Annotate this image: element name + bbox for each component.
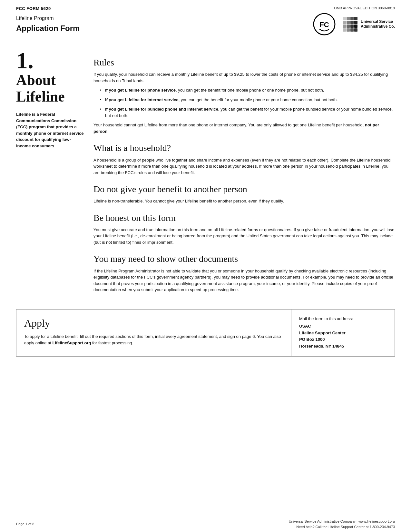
household-text: A household is a group of people who liv… [93, 157, 395, 176]
section-description: Lifeline is a Federal Communications Com… [16, 111, 84, 149]
apply-left: Apply To apply for a Lifeline benefit, f… [16, 310, 291, 356]
footer-right: Universal Service Administrative Company… [289, 519, 395, 529]
header: FCC FORM 5629 OMB APPROVAL EDITION 3060-… [0, 0, 411, 39]
bullet-internet: If you get Lifeline for internet service… [100, 97, 395, 103]
documents-text: If the Lifeline Program Administrator is… [93, 268, 395, 293]
mail-label: Mail the form to this address: [299, 316, 387, 322]
usac-name: USAC [299, 324, 311, 329]
lifeline-support-link[interactable]: LifelineSupport.org [52, 340, 91, 345]
rules-bullets: If you get Lifeline for phone service, y… [100, 87, 395, 119]
rules-intro: If you qualify, your household can recei… [93, 71, 395, 84]
support-center: Lifeline Support Center [299, 330, 346, 335]
usac-line2: Administrative Co. [361, 24, 395, 29]
benefit-transfer-heading: Do not give your benefit to another pers… [93, 183, 395, 195]
bullet-bundled-bold: If you get Lifeline for bundled phone an… [105, 107, 220, 112]
household-section: What is a household? A household is a gr… [93, 142, 395, 176]
program-title: Lifeline Program [16, 15, 80, 22]
honest-text: You must give accurate and true informat… [93, 227, 395, 246]
footer-line2: Need help? Call the Lifeline Support Cen… [289, 524, 395, 530]
household-heading: What is a household? [93, 142, 395, 154]
section-number: 1. [16, 49, 84, 72]
rules-outro: Your household cannot get Lifeline from … [93, 122, 395, 134]
section-title-line1: About [16, 72, 56, 88]
page-number: Page 1 of 8 [16, 522, 34, 527]
left-column: 1. About Lifeline Lifeline is a Federal … [16, 49, 84, 296]
usac-logo: Universal Service Administrative Co. [342, 16, 395, 32]
footer: Page 1 of 8 Universal Service Administra… [0, 516, 411, 532]
rules-outro-text: Your household cannot get Lifeline from … [93, 123, 365, 127]
footer-line1: Universal Service Administrative Company… [289, 519, 395, 524]
usac-line1: Universal Service [361, 19, 395, 25]
section-title: About Lifeline [16, 72, 84, 105]
apply-heading: Apply [24, 316, 283, 330]
bullet-internet-text: you can get the benefit for your mobile … [181, 97, 338, 102]
usac-logo-text: Universal Service Administrative Co. [361, 19, 395, 29]
page: FCC FORM 5629 OMB APPROVAL EDITION 3060-… [0, 0, 411, 532]
omb-label: OMB APPROVAL EDITION 3060-0819 [334, 6, 395, 11]
bullet-internet-bold: If you get Lifeline for internet service… [105, 97, 180, 102]
form-label: FCC FORM 5629 [16, 6, 51, 12]
main-content: 1. About Lifeline Lifeline is a Federal … [0, 39, 411, 302]
benefit-transfer-section: Do not give your benefit to another pers… [93, 183, 395, 204]
documents-heading: You may need to show other documents [93, 252, 395, 265]
rules-heading: Rules [93, 56, 395, 69]
fcc-logo-icon: FC [313, 13, 336, 35]
documents-section: You may need to show other documents If … [93, 252, 395, 293]
section-title-line2: Lifeline [16, 88, 65, 105]
benefit-transfer-text: Lifeline is non-transferable. You cannot… [93, 198, 395, 204]
apply-text: To apply for a Lifeline benefit, fill ou… [24, 333, 283, 346]
honest-section: Be honest on this form You must give acc… [93, 212, 395, 246]
bullet-bundled: If you get Lifeline for bundled phone an… [100, 106, 395, 119]
apply-box-wrapper: Apply To apply for a Lifeline benefit, f… [0, 309, 411, 357]
bullet-phone-text: you can get the benefit for one mobile p… [178, 88, 324, 93]
rules-section: Rules If you qualify, your household can… [93, 56, 395, 134]
program-title-block: Lifeline Program Application Form [16, 15, 80, 34]
form-title: Application Form [16, 23, 80, 34]
logos: FC [313, 13, 395, 35]
honest-heading: Be honest on this form [93, 212, 395, 224]
right-column: Rules If you qualify, your household can… [93, 49, 395, 296]
apply-right: Mail the form to this address: USAC Life… [291, 310, 395, 356]
mail-address: USAC Lifeline Support Center PO Box 1000… [299, 323, 387, 350]
city-state: Horseheads, NY 14845 [299, 344, 344, 349]
usac-logo-icon [342, 16, 358, 32]
apply-box: Apply To apply for a Lifeline benefit, f… [16, 309, 395, 357]
bullet-phone: If you get Lifeline for phone service, y… [100, 87, 395, 94]
apply-text-after: for fastest processing. [91, 340, 133, 345]
bullet-phone-bold: If you get Lifeline for phone service, [105, 88, 177, 93]
po-box: PO Box 1000 [299, 337, 325, 342]
svg-text:FC: FC [319, 21, 329, 29]
